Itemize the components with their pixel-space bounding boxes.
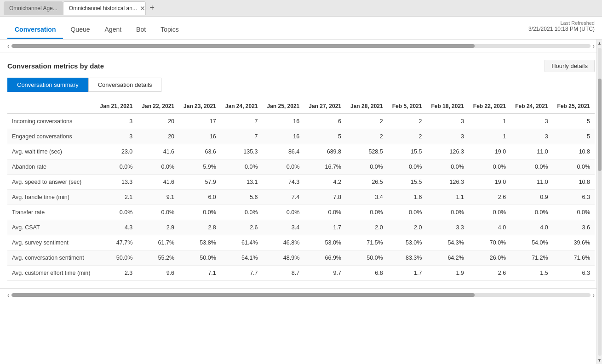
scroll-down-arrow[interactable]: ▼ (597, 357, 602, 364)
table-cell-9-2: 50.0% (179, 250, 221, 266)
table-cell-8-8: 54.3% (426, 235, 468, 250)
table-cell-0-2: 17 (179, 114, 221, 129)
table-header-metric (7, 99, 96, 114)
scroll-thumb-bottom (11, 293, 475, 297)
table-cell-3-5: 16.7% (304, 159, 346, 175)
table-cell-0-5: 6 (304, 114, 346, 129)
last-refreshed-label: Last Refreshed (528, 20, 595, 26)
sub-tab-summary[interactable]: Conversation summary (7, 78, 88, 92)
table-cell-5-8: 1.1 (426, 190, 468, 205)
table-cell-4-7: 15.5 (388, 175, 427, 190)
table-header-col-7: Jan 28, 2021 (346, 99, 388, 114)
table-cell-2-6: 528.5 (346, 144, 388, 159)
browser-tab-2-label: Omnichannel historical an... (69, 5, 137, 11)
scroll-track-top[interactable] (11, 44, 591, 48)
table-cell-1-7: 2 (388, 129, 427, 144)
table-cell-9-11: 71.6% (553, 250, 595, 266)
nav-tab-queue[interactable]: Queue (63, 20, 97, 39)
table-cell-9-4: 48.9% (263, 250, 304, 266)
scroll-v-thumb (598, 79, 602, 171)
table-cell-3-7: 0.0% (388, 159, 427, 175)
table-cell-2-3: 135.3 (221, 144, 263, 159)
table-cell-10-3: 7.7 (221, 266, 263, 281)
table-cell-7-8: 3.3 (426, 220, 468, 235)
table-cell-8-10: 54.0% (510, 235, 552, 250)
table-cell-10-5: 9.7 (304, 266, 346, 281)
table-cell-1-4: 16 (263, 129, 304, 144)
table-cell-7-5: 1.7 (304, 220, 346, 235)
sub-tab-details[interactable]: Conversation details (88, 78, 162, 92)
table-cell-6-9: 0.0% (469, 205, 510, 220)
table-cell-1-5: 5 (304, 129, 346, 144)
table-cell-2-7: 15.5 (388, 144, 427, 159)
table-cell-1-1: 20 (137, 129, 179, 144)
scroll-up-arrow[interactable]: ▲ (597, 40, 602, 47)
table-cell-1-8: 3 (426, 129, 468, 144)
table-cell-0-3: 7 (221, 114, 263, 129)
scroll-track-bottom[interactable] (11, 293, 591, 297)
table-header-col-1: Jan 21, 2021 (96, 99, 138, 114)
table-cell-9-7: 83.3% (388, 250, 427, 266)
table-cell-4-1: 41.6 (137, 175, 179, 190)
table-cell-7-7: 2.0 (388, 220, 427, 235)
table-cell-9-0: 50.0% (96, 250, 138, 266)
table-cell-6-0: 0.0% (96, 205, 138, 220)
table-cell-10-2: 7.1 (179, 266, 221, 281)
table-row: Engaged conversations320167165223135 (7, 129, 595, 144)
table-cell-9-1: 55.2% (137, 250, 179, 266)
table-cell-4-6: 26.5 (346, 175, 388, 190)
table-cell-3-8: 0.0% (426, 159, 468, 175)
table-cell-5-6: 3.4 (346, 190, 388, 205)
table-cell-0-9: 1 (469, 114, 510, 129)
scroll-left-arrow-bottom[interactable]: ‹ (7, 291, 10, 299)
close-icon[interactable]: ✕ (140, 5, 145, 11)
table-header-col-10: Feb 22, 2021 (469, 99, 510, 114)
table-cell-9-9: 26.0% (469, 250, 510, 266)
table-cell-10-0: 2.3 (96, 266, 138, 281)
right-scrollbar: ▲ ▼ (596, 40, 602, 364)
table-cell-3-4: 0.0% (263, 159, 304, 175)
nav-tab-agent[interactable]: Agent (97, 20, 129, 39)
scroll-left-arrow[interactable]: ‹ (7, 42, 10, 50)
table-cell-10-4: 8.7 (263, 266, 304, 281)
table-cell-0-6: 2 (346, 114, 388, 129)
table-header-col-12: Feb 25, 2021 (553, 99, 595, 114)
metric-label-3: Abandon rate (7, 159, 96, 175)
table-cell-6-6: 0.0% (346, 205, 388, 220)
table-cell-8-3: 61.4% (221, 235, 263, 250)
table-cell-0-4: 16 (263, 114, 304, 129)
table-cell-8-4: 46.8% (263, 235, 304, 250)
browser-tab-2[interactable]: Omnichannel historical an... ✕ (63, 1, 146, 15)
table-header-col-5: Jan 25, 2021 (263, 99, 304, 114)
scroll-v-track[interactable] (598, 48, 602, 356)
table-cell-4-4: 74.3 (263, 175, 304, 190)
table-cell-3-2: 5.9% (179, 159, 221, 175)
table-cell-7-6: 2.0 (346, 220, 388, 235)
scroll-right-arrow[interactable]: › (592, 42, 595, 50)
table-cell-5-11: 6.3 (553, 190, 595, 205)
table-cell-9-8: 64.2% (426, 250, 468, 266)
table-cell-8-6: 71.5% (346, 235, 388, 250)
table-cell-2-1: 41.6 (137, 144, 179, 159)
scroll-right-arrow-bottom[interactable]: › (592, 291, 595, 299)
nav-tab-conversation[interactable]: Conversation (7, 20, 63, 39)
table-cell-1-3: 7 (221, 129, 263, 144)
table-cell-4-9: 19.0 (469, 175, 510, 190)
table-cell-9-10: 71.2% (510, 250, 552, 266)
table-cell-10-11: 6.3 (553, 266, 595, 281)
table-cell-7-2: 2.8 (179, 220, 221, 235)
hourly-details-button[interactable]: Hourly details (545, 60, 595, 72)
table-cell-2-4: 86.4 (263, 144, 304, 159)
nav-tab-topics[interactable]: Topics (153, 20, 186, 39)
table-cell-10-10: 1.5 (510, 266, 552, 281)
metric-label-9: Avg. conversation sentiment (7, 250, 96, 266)
app-header: Conversation Queue Agent Bot Topics Last… (0, 17, 602, 40)
table-cell-9-3: 54.1% (221, 250, 263, 266)
add-tab-button[interactable]: + (146, 2, 159, 15)
nav-tab-bot[interactable]: Bot (129, 20, 153, 39)
table-cell-5-0: 2.1 (96, 190, 138, 205)
table-cell-10-9: 2.6 (469, 266, 510, 281)
browser-tab-1[interactable]: Omnichannel Age... (4, 1, 63, 15)
metric-label-6: Transfer rate (7, 205, 96, 220)
table-cell-4-3: 13.1 (221, 175, 263, 190)
